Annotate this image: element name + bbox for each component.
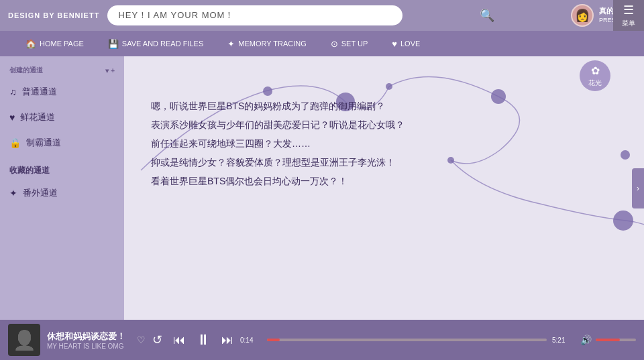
nav-label-memory: MEMORY TRACING xyxy=(238,40,306,48)
menu-label: 菜单 xyxy=(622,19,635,28)
repeat-button[interactable]: ↺ xyxy=(152,333,162,347)
text-line-2: 表演系沙雕女孩与少年们的甜美恋爱日记？听说是花心女哦？ xyxy=(151,115,631,134)
player-info: 休想和妈妈谈恋爱！ MY HEART IS LIKE OMG xyxy=(47,331,127,350)
star-icon: ✦ xyxy=(9,188,17,198)
nav-item-setup[interactable]: ⊙ SET UP xyxy=(319,31,380,56)
player-subtitle: MY HEART IS LIKE OMG xyxy=(47,343,127,350)
nav-item-save[interactable]: 💾 SAVE AND READ FILES xyxy=(96,31,215,56)
progress-area: 0:14 5:21 xyxy=(240,337,574,344)
setup-icon: ⊙ xyxy=(331,39,338,49)
save-icon: 💾 xyxy=(108,39,119,49)
menu-button[interactable]: ☰ 菜单 xyxy=(613,0,644,31)
sidebar-item-normal[interactable]: ♫ 普通通道 xyxy=(0,79,124,105)
sidebar-label-normal: 普通通道 xyxy=(22,86,57,98)
fan-label: 花光 xyxy=(588,78,602,88)
memory-icon: ✦ xyxy=(227,39,235,49)
like-button[interactable]: ♡ xyxy=(137,335,146,345)
volume-area: 🔊 xyxy=(580,335,636,345)
nav-label-home: HOME PAGE xyxy=(40,40,84,48)
dot-1 xyxy=(263,86,272,96)
header: DESIGN BY BENNIETT HEY！I AM YOUR MOM！ 🔍 … xyxy=(0,0,644,31)
sidebar-add-button[interactable]: ▾ + xyxy=(105,67,115,74)
fan-icon: ✿ xyxy=(591,64,600,77)
sidebar-label-flower: 鲜花通道 xyxy=(20,111,55,123)
nav-label-setup: SET UP xyxy=(341,40,368,48)
text-line-3: 前任连起来可绕地球三四圈？大发…… xyxy=(151,134,631,153)
text-line-4: 抑或是纯情少女？容貌爱体质？理想型是亚洲王子李光洙！ xyxy=(151,153,631,172)
next-button[interactable]: ⏭ xyxy=(221,333,233,347)
fan-button[interactable]: ✿ 花光 xyxy=(580,60,610,91)
sidebar-section1-label: 创建的通道 xyxy=(9,66,43,75)
text-line-1: 嗯，听说世界巨星BTS的妈妈粉成为了跑弹的御用编剧？ xyxy=(151,97,631,115)
main: 创建的通道 ▾ + ♫ 普通通道 ♥ 鲜花通道 🔒 制霸通道 收藏的通道 ✦ 番… xyxy=(0,56,644,320)
progress-bar[interactable] xyxy=(267,339,547,341)
time-current: 0:14 xyxy=(240,337,262,344)
player-thumbnail: 👤 xyxy=(8,324,40,356)
music-icon: ♫ xyxy=(9,86,17,97)
prev-button[interactable]: ⏮ xyxy=(173,333,185,347)
search-bar[interactable]: HEY！I AM YOUR MOM！ xyxy=(107,5,402,25)
nav-item-home[interactable]: 🏠 HOME PAGE xyxy=(13,31,96,56)
sidebar-item-extra[interactable]: ✦ 番外通道 xyxy=(0,180,124,206)
player-title: 休想和妈妈谈恋爱！ xyxy=(47,331,127,343)
navbar: 🏠 HOME PAGE 💾 SAVE AND READ FILES ✦ MEMO… xyxy=(0,31,644,56)
player-bar: 👤 休想和妈妈谈恋爱！ MY HEART IS LIKE OMG ♡ ↺ ⏮ ⏸… xyxy=(0,320,644,360)
nav-item-memory[interactable]: ✦ MEMORY TRACING xyxy=(215,31,318,56)
love-icon: ♥ xyxy=(392,39,397,49)
sidebar-item-flower[interactable]: ♥ 鲜花通道 xyxy=(0,105,124,130)
dot-7 xyxy=(613,211,633,231)
search-icon[interactable]: 🔍 xyxy=(480,8,494,23)
flower-icon: ♥ xyxy=(9,112,15,123)
sidebar-label-master: 制霸通道 xyxy=(26,137,61,149)
menu-icon: ☰ xyxy=(623,3,634,17)
sidebar-label-extra: 番外通道 xyxy=(23,187,58,199)
content-area: ✿ 花光 嗯，听说世界巨星BTS的妈妈粉成为了跑弹的御用编剧？ 表演系沙雕女孩与… xyxy=(124,56,644,320)
sidebar-item-master[interactable]: 🔒 制霸通道 xyxy=(0,130,124,156)
player-thumb-icon: 👤 xyxy=(13,329,36,351)
player-controls: ↺ ⏮ ⏸ ⏭ xyxy=(152,331,233,349)
sidebar: 创建的通道 ▾ + ♫ 普通通道 ♥ 鲜花通道 🔒 制霸通道 收藏的通道 ✦ 番… xyxy=(0,56,124,320)
volume-bar[interactable] xyxy=(596,339,636,341)
sidebar-section2-label: 收藏的通道 xyxy=(0,161,124,180)
avatar: 👩 xyxy=(571,4,594,27)
volume-fill xyxy=(596,339,620,341)
lock-icon: 🔒 xyxy=(9,137,21,148)
nav-label-save: SAVE AND READ FILES xyxy=(122,40,203,48)
volume-icon: 🔊 xyxy=(580,335,592,345)
nav-item-love[interactable]: ♥ LOVE xyxy=(380,31,432,56)
text-line-5: 看着世界巨星BTS偶尔也会日均心动一万次？！ xyxy=(151,172,631,190)
right-float-handle[interactable]: › xyxy=(632,168,644,208)
search-input-text: HEY！I AM YOUR MOM！ xyxy=(118,9,234,21)
content-text: 嗯，听说世界巨星BTS的妈妈粉成为了跑弹的御用编剧？ 表演系沙雕女孩与少年们的甜… xyxy=(151,97,631,190)
home-icon: 🏠 xyxy=(25,39,36,49)
nav-label-love: LOVE xyxy=(400,40,420,48)
progress-fill xyxy=(267,339,280,341)
play-pause-button[interactable]: ⏸ xyxy=(196,331,211,349)
time-total: 5:21 xyxy=(552,337,574,344)
sidebar-section-header[interactable]: 创建的通道 ▾ + xyxy=(0,62,124,79)
logo-text: DESIGN BY BENNIETT xyxy=(8,11,99,19)
dot-3 xyxy=(386,83,392,90)
